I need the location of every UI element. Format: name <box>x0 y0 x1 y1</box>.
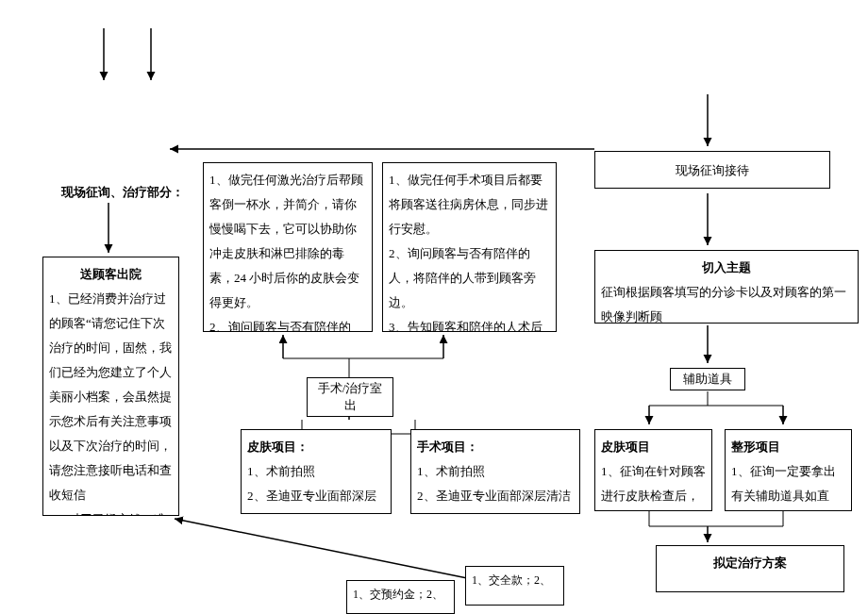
laser-text-2: 2、询问顾客与否有陪伴的人，将顾客带到陪伴的人旁边。 <box>209 315 366 332</box>
surgery-room-label: 手术/治疗室出 <box>318 381 383 412</box>
laser-text-1: 1、做完任何激光治疗后帮顾客倒一杯水，并简介，请你慢慢喝下去，它可以协助你冲走皮… <box>209 168 366 315</box>
topic-title: 切入主题 <box>601 256 852 280</box>
discharge-title: 送顾客出院 <box>49 262 173 287</box>
laser-aftercare-box: 1、做完任何激光治疗后帮顾客倒一杯水，并简介，请你慢慢喝下去，它可以协助你冲走皮… <box>203 162 373 332</box>
surgery-project-box: 手术项目： 1、术前拍照 2、圣迪亚专业面部深层清洁（面部手 <box>410 429 580 514</box>
skin-project-title: 皮肤项目： <box>247 435 385 459</box>
topic-box: 切入主题 征询根据顾客填写的分诊卡以及对顾客的第一映像判断顾 <box>594 250 859 324</box>
treatment-plan-title: 拟定治疗方案 <box>662 551 838 575</box>
pay-deposit-text: 1、交预约金；2、 <box>353 588 443 601</box>
skin-project-l1: 1、术前拍照 <box>247 459 385 484</box>
surgery-project-l2: 2、圣迪亚专业面部深层清洁（面部手 <box>417 484 574 514</box>
discharge-text-1: 1、已经消费并治疗过的顾客“请您记住下次治疗的时间，固然，我们已经为您建立了个人… <box>49 287 173 507</box>
section-title: 现场征询、治疗部分： <box>61 184 184 201</box>
svg-line-22 <box>175 519 476 580</box>
surgery-project-l1: 1、术前拍照 <box>417 459 574 484</box>
skin-project2-body: 1、征询在针对顾客进行皮肤检查后，一定要让顾客接受 <box>601 459 706 511</box>
surgery-text-2: 2、询问顾客与否有陪伴的人，将陪伴的人带到顾客旁边。 <box>389 241 550 315</box>
surgery-aftercare-box: 1、做完任何手术项目后都要将顾客送往病房休息，同步进行安慰。 2、询问顾客与否有… <box>382 162 557 332</box>
discharge-box: 送顾客出院 1、已经消费并治疗过的顾客“请您记住下次治疗的时间，固然，我们已经为… <box>42 257 179 516</box>
aux-tools-label: 辅助道具 <box>683 372 732 386</box>
topic-body: 征询根据顾客填写的分诊卡以及对顾客的第一映像判断顾 <box>601 280 852 324</box>
treatment-plan-box: 拟定治疗方案 <box>656 545 844 592</box>
surgery-text-1: 1、做完任何手术项目后都要将顾客送往病房休息，同步进行安慰。 <box>389 168 550 241</box>
plastic-project-body: 1、征询一定要拿出有关辅助道具如直尺、卷尺、体重秤 <box>731 459 845 511</box>
reception-label: 现场征询接待 <box>676 163 749 177</box>
surgery-project-title: 手术项目： <box>417 435 574 459</box>
pay-deposit-box: 1、交预约金；2、 <box>346 580 455 614</box>
surgery-text-3: 3、告知顾客和陪伴的人术后注意事项。 <box>389 315 550 332</box>
skin-project-l2: 2、圣迪亚专业面部深层清洁 <box>247 484 385 514</box>
plastic-project-box: 整形项目 1、征询一定要拿出有关辅助道具如直尺、卷尺、体重秤 <box>725 429 852 511</box>
pay-full-box: 1、交全款；2、 <box>465 566 564 606</box>
discharge-text-2: 2、对于已经交钱，准备过几天接受治疗的顾客：告知顾客术前需 <box>49 507 173 516</box>
skin-project-box: 皮肤项目： 1、术前拍照 2、圣迪亚专业面部深层清洁 <box>241 429 392 514</box>
skin-project2-title: 皮肤项目 <box>601 435 706 459</box>
aux-tools-box: 辅助道具 <box>670 368 745 390</box>
surgery-room-label-box: 手术/治疗室出 <box>307 377 393 417</box>
plastic-project-title: 整形项目 <box>731 435 845 459</box>
skin-project2-box: 皮肤项目 1、征询在针对顾客进行皮肤检查后，一定要让顾客接受 <box>594 429 712 511</box>
reception-box: 现场征询接待 <box>594 151 830 189</box>
pay-full-text: 1、交全款；2、 <box>472 573 551 587</box>
